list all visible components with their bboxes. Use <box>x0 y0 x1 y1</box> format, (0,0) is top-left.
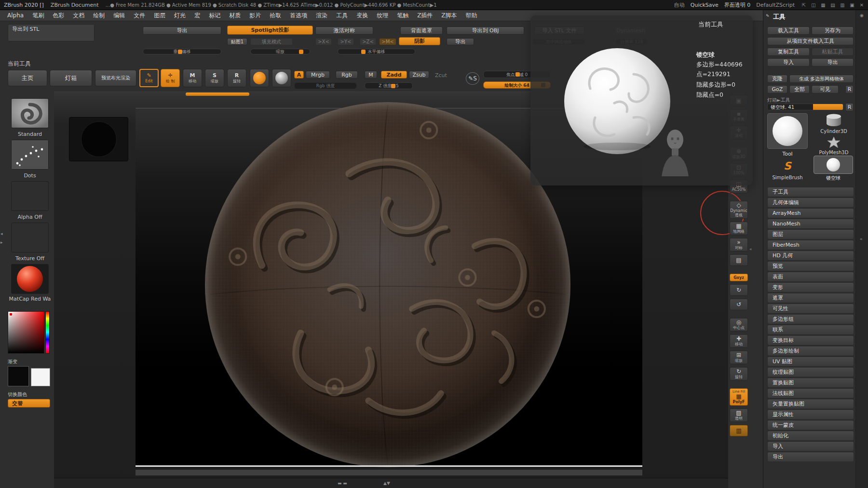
window-icon[interactable]: ▥ <box>839 2 846 8</box>
slider-handle[interactable] <box>515 72 520 77</box>
menu-item[interactable]: 文件 <box>129 10 149 21</box>
tool-section-row[interactable]: ArrayMesh <box>767 208 854 218</box>
hue-strip[interactable] <box>45 311 50 354</box>
tool-section-row[interactable]: 统一蒙皮 <box>767 420 854 430</box>
main-color-swatch[interactable] <box>8 366 29 386</box>
tool-section-row[interactable]: 置换贴图 <box>767 378 854 388</box>
menu-item[interactable]: 图层 <box>149 10 170 21</box>
mrgb-button[interactable]: Mrgb <box>306 71 330 79</box>
active-tool-thumbnail[interactable] <box>767 113 808 149</box>
mirror-z-button[interactable]: >Z< <box>360 38 376 45</box>
window-icon[interactable]: ⇱ <box>800 2 807 8</box>
simplebrush-icon[interactable]: S <box>770 158 805 174</box>
draw-mode-button[interactable]: ✛ 绘 制 <box>161 69 180 87</box>
tool-section-row[interactable]: 子工具 <box>767 187 854 197</box>
menu-item[interactable]: 宏 <box>190 10 204 21</box>
menu-item[interactable]: 首选项 <box>285 10 312 21</box>
rgb-button[interactable]: Rgb <box>336 71 358 79</box>
panel-pencil-icon[interactable]: ✎ <box>766 13 770 18</box>
load-tool-button[interactable]: 载入工具 <box>767 26 810 35</box>
slider-handle[interactable] <box>391 84 395 88</box>
menu-item[interactable]: 渲染 <box>312 10 332 21</box>
mirror-y-button[interactable]: >Y< <box>338 38 354 45</box>
tool-section-row[interactable]: 变换目标 <box>767 335 854 345</box>
rotate-mode-button[interactable]: R 旋转 <box>227 69 246 87</box>
current-texture-thumbnail[interactable] <box>11 223 49 252</box>
pen-pressure-icon[interactable]: ✎S <box>466 72 479 85</box>
r-button[interactable]: R <box>845 85 854 93</box>
export-obj-button[interactable]: 导出到 OBJ <box>447 26 524 35</box>
menu-item[interactable]: 纹理 <box>372 10 393 21</box>
tool-section-row[interactable]: 遮罩 <box>767 293 854 303</box>
menu-item[interactable]: 帮助 <box>461 10 482 21</box>
alpha-preview-tile[interactable] <box>69 117 128 161</box>
shelf-button[interactable]: ↻ 旋转 <box>730 367 748 381</box>
tool-section-row[interactable]: 预览 <box>767 261 854 271</box>
menu-item[interactable]: 工具 <box>332 10 352 21</box>
shelf-button[interactable]: ↺ <box>730 299 748 310</box>
copy-tool-button[interactable]: 复制工具 <box>767 48 810 56</box>
tool-section-row[interactable]: 变形 <box>767 282 854 292</box>
cylinder3d-icon[interactable] <box>824 113 843 127</box>
home-button[interactable]: 主页 <box>8 70 47 86</box>
active-tool-slider[interactable]: 镂空球. 41 <box>767 104 843 110</box>
save-as-button[interactable]: 另存为 <box>812 26 854 35</box>
goz-button[interactable]: GoZ <box>767 85 787 93</box>
mirror-x-button[interactable]: >X< <box>315 38 332 45</box>
slider-handle[interactable] <box>361 50 366 54</box>
scale-slider[interactable]: 缩放 <box>250 49 310 54</box>
window-icon[interactable]: ✕ <box>858 2 865 8</box>
menu-item[interactable]: 变换 <box>352 10 372 21</box>
import-button[interactable]: 导入 <box>767 58 810 66</box>
window-icon[interactable]: ▣ <box>849 2 855 8</box>
right-divider-collapse-icon[interactable]: « <box>749 247 752 251</box>
scroll-handle-bars[interactable]: ▬ ▬ <box>338 481 347 486</box>
scale-mode-button[interactable]: S 缩放 <box>205 69 224 87</box>
window-icon[interactable]: ◫ <box>810 2 817 8</box>
tool-section-row[interactable]: HD 几何 <box>767 251 854 261</box>
tool-section-row[interactable]: 法线贴图 <box>767 388 854 398</box>
export-button-2[interactable]: 导出 <box>447 38 474 45</box>
brush-stroke-button[interactable] <box>250 69 269 87</box>
mirror-m-button[interactable]: >M< <box>379 38 396 45</box>
slider-handle[interactable] <box>178 50 182 54</box>
current-alpha-thumbnail[interactable] <box>11 181 49 211</box>
export-button[interactable]: 导出 <box>143 26 221 35</box>
shelf-button[interactable]: ⊞ 缩放 <box>730 351 748 364</box>
move-mode-button[interactable]: M 移动 <box>183 69 202 87</box>
m-button[interactable]: M <box>365 71 377 79</box>
menu-item[interactable]: 标记 <box>204 10 225 21</box>
r-button-2[interactable]: R <box>845 103 854 111</box>
shelf-button[interactable]: ▥ <box>730 425 748 436</box>
left-divider-collapse-icon[interactable]: ◂ <box>0 231 3 236</box>
export-button-panel[interactable]: 导出 <box>812 58 854 66</box>
zsub-button[interactable]: Zsub <box>409 71 429 79</box>
export-stl-button[interactable]: 导出到 STL <box>8 24 95 41</box>
swap-color-button[interactable]: 交替 <box>8 399 50 408</box>
tool-section-row[interactable]: 几何体编辑 <box>767 198 854 208</box>
edit-mode-button[interactable]: ✎ Edit <box>139 69 159 87</box>
shelf-button[interactable]: ▤ <box>730 254 748 266</box>
menu-item[interactable]: 灯光 <box>170 10 190 21</box>
menu-item[interactable]: 绘制 <box>89 10 109 21</box>
make-polymesh3d-button[interactable]: 生成 多边形网格物体 <box>789 75 854 83</box>
tool-section-row[interactable]: 导入 <box>767 441 854 451</box>
menu-item[interactable]: 文档 <box>68 10 89 21</box>
menu-item[interactable]: Z插件 <box>413 10 437 21</box>
tool-section-row[interactable]: 显示属性 <box>767 409 854 420</box>
zadd-button[interactable]: Zadd <box>381 71 407 79</box>
sphere-tool-selected[interactable] <box>814 156 853 174</box>
material-sphere-button[interactable] <box>272 69 291 87</box>
tool-section-row[interactable]: FiberMesh <box>767 240 854 250</box>
polymesh3d-star-icon[interactable] <box>824 136 843 149</box>
shelf-button[interactable]: ▦ 地网格 <box>730 222 748 235</box>
window-icon[interactable]: ▤ <box>829 2 836 8</box>
current-stroke-thumbnail[interactable] <box>11 140 49 170</box>
zcut-button[interactable]: Zcut <box>435 72 447 79</box>
tool-section-row[interactable]: 可见性 <box>767 303 854 314</box>
lightbox-button[interactable]: 灯箱 <box>50 70 92 86</box>
shelf-button[interactable]: Gxyz <box>730 274 748 281</box>
menu-item[interactable]: 材质 <box>225 10 245 21</box>
tool-section-row[interactable]: 联系 <box>767 325 854 335</box>
scroll-arrows-icon[interactable]: ▲▼ <box>383 481 390 486</box>
